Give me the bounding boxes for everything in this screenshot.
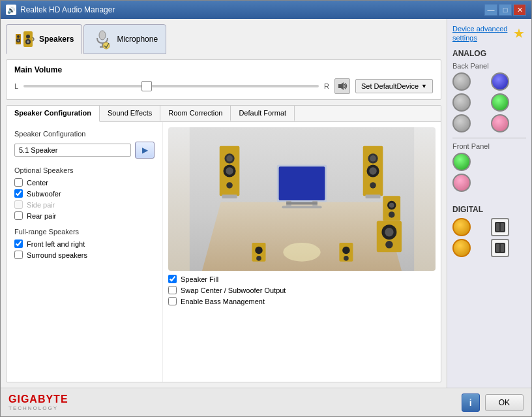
svg-rect-52 <box>501 223 504 231</box>
digital-port-4[interactable] <box>491 239 509 257</box>
svg-point-42 <box>385 241 392 248</box>
speaker-visualization: Speaker Fill Swap Center / Subwoofer Out… <box>163 122 441 382</box>
digital-port-3[interactable] <box>452 239 471 257</box>
device-tabs: Speakers Microphone <box>6 24 441 54</box>
title-bar-left: 🔊 Realtek HD Audio Manager <box>6 5 115 15</box>
front-lr-checkbox[interactable] <box>14 239 23 248</box>
optional-speakers-section: Optional Speakers Center Subwoofer <box>14 166 155 220</box>
inner-tab-sound-effects[interactable]: Sound Effects <box>100 106 160 121</box>
front-port-1[interactable] <box>452 153 471 171</box>
set-default-button[interactable]: Set Default Device ▼ <box>355 79 433 93</box>
back-port-5[interactable] <box>452 114 471 132</box>
back-port-6[interactable] <box>491 114 509 132</box>
back-port-2[interactable] <box>491 72 509 91</box>
analog-section: ANALOG Back Panel Front Panel <box>452 49 526 197</box>
minimize-button[interactable]: — <box>484 4 497 16</box>
ok-button[interactable]: OK <box>485 394 524 411</box>
inner-tab-default-format-label: Default Format <box>239 109 286 117</box>
svg-point-7 <box>27 40 29 43</box>
tab-speakers[interactable]: Speakers <box>6 24 82 54</box>
speaker-fill-checkbox[interactable] <box>168 275 177 283</box>
svg-point-44 <box>255 247 262 254</box>
bottom-checkboxes: Speaker Fill Swap Center / Subwoofer Out… <box>168 271 436 305</box>
svg-rect-55 <box>501 244 504 252</box>
digital-port-1[interactable] <box>452 218 471 236</box>
front-port-2[interactable] <box>452 174 471 192</box>
play-test-button[interactable]: ▶ <box>135 142 155 159</box>
checkbox-surround: Surround speakers <box>14 251 155 259</box>
right-panel: Device advanced settings ★ ANALOG Back P… <box>447 19 531 388</box>
content-area: Speaker Configuration Sound Effects Room… <box>6 105 441 382</box>
speaker-config-dropdown-row: 5.1 Speaker Stereo Quadraphonic 7.1 Spea… <box>14 142 155 159</box>
play-icon: ▶ <box>142 146 148 155</box>
volume-thumb[interactable] <box>141 81 152 91</box>
side-pair-label: Side pair <box>27 201 55 209</box>
title-bar: 🔊 Realtek HD Audio Manager — □ ✕ <box>1 1 531 19</box>
gigabyte-logo: GIGABYTE <box>8 394 68 405</box>
volume-section: Main Volume L R Set <box>6 59 441 100</box>
center-checkbox[interactable] <box>14 178 23 187</box>
back-port-1[interactable] <box>452 72 471 91</box>
subwoofer-checkbox[interactable] <box>14 189 23 198</box>
digital-ports <box>452 218 526 257</box>
left-panel: Speakers Microphone Main Volume <box>1 19 447 388</box>
swap-center-checkbox[interactable] <box>168 286 177 294</box>
inner-tab-room-correction[interactable]: Room Correction <box>160 106 231 121</box>
analog-divider <box>452 138 526 138</box>
checkbox-subwoofer: Subwoofer <box>14 189 155 198</box>
front-lr-label: Front left and right <box>27 240 85 248</box>
svg-point-32 <box>369 167 376 174</box>
bass-mgmt-checkbox[interactable] <box>168 297 177 305</box>
gigabyte-logo-area: GIGABYTE TECHNOLOGY <box>8 394 68 411</box>
svg-point-30 <box>370 155 376 162</box>
svg-rect-34 <box>366 194 381 198</box>
inner-tab-speaker-config[interactable]: Speaker Configuration <box>7 106 100 122</box>
surround-label: Surround speakers <box>27 251 87 259</box>
back-port-4[interactable] <box>491 93 509 112</box>
left-controls: Speaker Configuration 5.1 Speaker Stereo… <box>7 122 163 382</box>
checkbox-speaker-fill: Speaker Fill <box>168 275 436 283</box>
subwoofer-label: Subwoofer <box>27 190 61 198</box>
digital-section: DIGITAL <box>452 205 526 257</box>
volume-slider[interactable] <box>23 85 319 87</box>
bass-mgmt-label: Enable Bass Management <box>181 298 265 305</box>
digital-port-2[interactable] <box>491 218 509 236</box>
checkbox-rear-pair: Rear pair <box>14 211 155 220</box>
speaker-fill-label: Speaker Fill <box>181 275 218 283</box>
inner-tab-default-format[interactable]: Default Format <box>231 106 295 121</box>
digital-title: DIGITAL <box>452 205 526 214</box>
main-layout: Speakers Microphone Main Volume <box>1 19 531 388</box>
svg-rect-16 <box>279 166 325 200</box>
volume-label: Main Volume <box>14 65 433 74</box>
rear-pair-checkbox[interactable] <box>14 211 23 220</box>
close-button[interactable]: ✕ <box>513 4 526 16</box>
center-label: Center <box>27 179 48 187</box>
back-port-3[interactable] <box>452 93 471 112</box>
back-panel-ports <box>452 72 526 132</box>
full-range-speakers-section: Full-range Speakers Front left and right… <box>14 228 155 259</box>
mute-button[interactable] <box>334 78 350 94</box>
speaker-config-select[interactable]: 5.1 Speaker Stereo Quadraphonic 7.1 Spea… <box>14 144 131 157</box>
swap-center-label: Swap Center / Subwoofer Output <box>181 286 286 294</box>
svg-point-23 <box>226 155 233 162</box>
inner-content: Speaker Configuration 5.1 Speaker Stereo… <box>7 122 441 382</box>
front-port-empty2 <box>491 174 509 192</box>
full-range-label: Full-range Speakers <box>14 228 155 236</box>
surround-checkbox[interactable] <box>14 251 23 259</box>
maximize-button[interactable]: □ <box>499 4 512 16</box>
front-panel-label: Front Panel <box>452 142 526 150</box>
microphone-tab-label: Microphone <box>117 35 158 44</box>
set-default-label: Set Default <box>361 82 396 90</box>
device-advanced-link[interactable]: Device advanced settings <box>452 25 507 42</box>
svg-point-3 <box>18 40 20 42</box>
svg-point-5 <box>26 35 30 39</box>
device-advanced-container: Device advanced settings ★ <box>452 24 526 42</box>
svg-point-37 <box>389 203 394 208</box>
side-pair-checkbox[interactable] <box>14 200 23 209</box>
speaker-config-group-label: Speaker Configuration <box>14 130 155 138</box>
tab-microphone[interactable]: Microphone <box>83 24 166 54</box>
svg-point-1 <box>17 35 20 38</box>
speakers-tab-label: Speakers <box>39 35 74 44</box>
info-button[interactable]: i <box>462 394 480 412</box>
bottom-bar: GIGABYTE TECHNOLOGY i OK <box>1 388 531 416</box>
